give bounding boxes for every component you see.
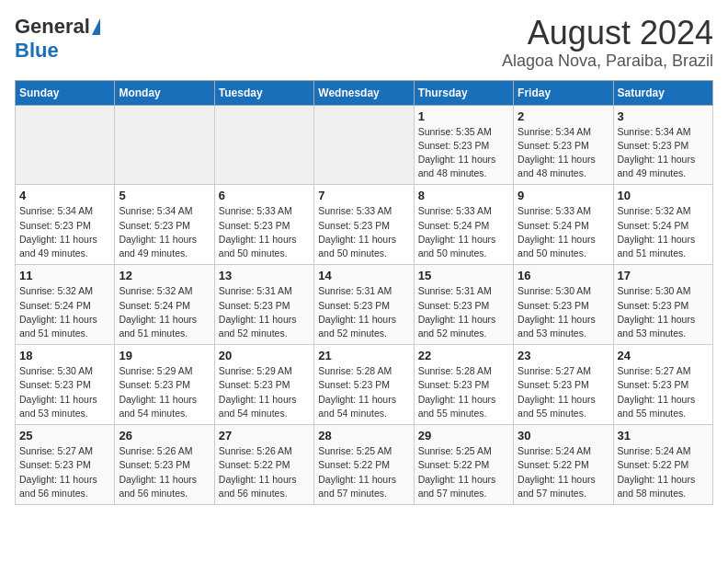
day-number: 31: [618, 429, 709, 442]
day-cell: 26Sunrise: 5:26 AM Sunset: 5:23 PM Dayli…: [115, 425, 214, 505]
day-number: 25: [19, 429, 110, 442]
day-cell: 31Sunrise: 5:24 AM Sunset: 5:22 PM Dayli…: [613, 425, 712, 505]
day-number: 21: [318, 349, 409, 362]
day-number: 22: [418, 349, 509, 362]
calendar-body: 1Sunrise: 5:35 AM Sunset: 5:23 PM Daylig…: [16, 105, 713, 504]
day-number: 17: [618, 269, 709, 282]
day-cell: 2Sunrise: 5:34 AM Sunset: 5:23 PM Daylig…: [514, 105, 613, 185]
page-subtitle: Alagoa Nova, Paraiba, Brazil: [502, 52, 713, 71]
day-info: Sunrise: 5:26 AM Sunset: 5:23 PM Dayligh…: [119, 444, 210, 500]
day-number: 19: [119, 349, 210, 362]
day-cell: 12Sunrise: 5:32 AM Sunset: 5:24 PM Dayli…: [115, 265, 214, 345]
day-cell: 22Sunrise: 5:28 AM Sunset: 5:23 PM Dayli…: [414, 345, 513, 425]
day-cell: 16Sunrise: 5:30 AM Sunset: 5:23 PM Dayli…: [514, 265, 613, 345]
day-cell: [115, 105, 214, 185]
day-number: 4: [19, 189, 110, 202]
logo-blue: Blue: [15, 39, 59, 62]
day-info: Sunrise: 5:35 AM Sunset: 5:23 PM Dayligh…: [418, 125, 509, 181]
day-cell: 9Sunrise: 5:33 AM Sunset: 5:24 PM Daylig…: [514, 185, 613, 265]
day-info: Sunrise: 5:24 AM Sunset: 5:22 PM Dayligh…: [518, 444, 609, 500]
day-info: Sunrise: 5:33 AM Sunset: 5:23 PM Dayligh…: [318, 204, 409, 260]
day-number: 20: [219, 349, 310, 362]
day-info: Sunrise: 5:32 AM Sunset: 5:24 PM Dayligh…: [119, 284, 210, 340]
week-row-5: 25Sunrise: 5:27 AM Sunset: 5:23 PM Dayli…: [16, 425, 713, 505]
weekday-header-saturday: Saturday: [613, 80, 712, 105]
day-number: 9: [518, 189, 609, 202]
weekday-row: SundayMondayTuesdayWednesdayThursdayFrid…: [16, 80, 713, 105]
day-cell: 21Sunrise: 5:28 AM Sunset: 5:23 PM Dayli…: [314, 345, 414, 425]
day-info: Sunrise: 5:30 AM Sunset: 5:23 PM Dayligh…: [518, 284, 609, 340]
day-info: Sunrise: 5:33 AM Sunset: 5:23 PM Dayligh…: [219, 204, 310, 260]
weekday-header-monday: Monday: [115, 80, 214, 105]
week-row-3: 11Sunrise: 5:32 AM Sunset: 5:24 PM Dayli…: [16, 265, 713, 345]
day-info: Sunrise: 5:34 AM Sunset: 5:23 PM Dayligh…: [518, 125, 609, 181]
day-info: Sunrise: 5:29 AM Sunset: 5:23 PM Dayligh…: [219, 364, 310, 420]
weekday-header-wednesday: Wednesday: [314, 80, 414, 105]
day-cell: 14Sunrise: 5:31 AM Sunset: 5:23 PM Dayli…: [314, 265, 414, 345]
day-cell: 25Sunrise: 5:27 AM Sunset: 5:23 PM Dayli…: [16, 425, 115, 505]
day-number: 30: [518, 429, 609, 442]
day-info: Sunrise: 5:25 AM Sunset: 5:22 PM Dayligh…: [418, 444, 509, 500]
day-cell: 17Sunrise: 5:30 AM Sunset: 5:23 PM Dayli…: [613, 265, 712, 345]
day-number: 5: [119, 189, 210, 202]
day-info: Sunrise: 5:28 AM Sunset: 5:23 PM Dayligh…: [318, 364, 409, 420]
day-number: 23: [518, 349, 609, 362]
day-cell: 30Sunrise: 5:24 AM Sunset: 5:22 PM Dayli…: [514, 425, 613, 505]
day-cell: 8Sunrise: 5:33 AM Sunset: 5:24 PM Daylig…: [414, 185, 513, 265]
day-cell: 27Sunrise: 5:26 AM Sunset: 5:22 PM Dayli…: [214, 425, 313, 505]
day-cell: 29Sunrise: 5:25 AM Sunset: 5:22 PM Dayli…: [414, 425, 513, 505]
day-number: 26: [119, 429, 210, 442]
day-info: Sunrise: 5:31 AM Sunset: 5:23 PM Dayligh…: [318, 284, 409, 340]
day-cell: 15Sunrise: 5:31 AM Sunset: 5:23 PM Dayli…: [414, 265, 513, 345]
day-number: 10: [618, 189, 709, 202]
week-row-2: 4Sunrise: 5:34 AM Sunset: 5:23 PM Daylig…: [16, 185, 713, 265]
day-cell: [16, 105, 115, 185]
day-number: 7: [318, 189, 409, 202]
day-number: 11: [19, 269, 110, 282]
day-cell: [314, 105, 414, 185]
day-info: Sunrise: 5:26 AM Sunset: 5:22 PM Dayligh…: [219, 444, 310, 500]
day-cell: 10Sunrise: 5:32 AM Sunset: 5:24 PM Dayli…: [613, 185, 712, 265]
week-row-4: 18Sunrise: 5:30 AM Sunset: 5:23 PM Dayli…: [16, 345, 713, 425]
day-number: 13: [219, 269, 310, 282]
day-number: 18: [19, 349, 110, 362]
day-cell: 24Sunrise: 5:27 AM Sunset: 5:23 PM Dayli…: [613, 345, 712, 425]
day-info: Sunrise: 5:30 AM Sunset: 5:23 PM Dayligh…: [19, 364, 110, 420]
day-cell: 5Sunrise: 5:34 AM Sunset: 5:23 PM Daylig…: [115, 185, 214, 265]
day-info: Sunrise: 5:34 AM Sunset: 5:23 PM Dayligh…: [119, 204, 210, 260]
day-info: Sunrise: 5:30 AM Sunset: 5:23 PM Dayligh…: [618, 284, 709, 340]
page-header: General Blue August 2024 Alagoa Nova, Pa…: [15, 15, 713, 71]
day-number: 15: [418, 269, 509, 282]
page-title: August 2024: [502, 15, 713, 52]
day-cell: 23Sunrise: 5:27 AM Sunset: 5:23 PM Dayli…: [514, 345, 613, 425]
logo-triangle-icon: [92, 18, 100, 35]
day-number: 12: [119, 269, 210, 282]
day-info: Sunrise: 5:32 AM Sunset: 5:24 PM Dayligh…: [19, 284, 110, 340]
day-info: Sunrise: 5:28 AM Sunset: 5:23 PM Dayligh…: [418, 364, 509, 420]
day-info: Sunrise: 5:27 AM Sunset: 5:23 PM Dayligh…: [618, 364, 709, 420]
day-info: Sunrise: 5:24 AM Sunset: 5:22 PM Dayligh…: [618, 444, 709, 500]
day-cell: 13Sunrise: 5:31 AM Sunset: 5:23 PM Dayli…: [214, 265, 313, 345]
weekday-header-thursday: Thursday: [414, 80, 513, 105]
day-cell: 4Sunrise: 5:34 AM Sunset: 5:23 PM Daylig…: [16, 185, 115, 265]
day-number: 6: [219, 189, 310, 202]
day-cell: 3Sunrise: 5:34 AM Sunset: 5:23 PM Daylig…: [613, 105, 712, 185]
day-cell: 6Sunrise: 5:33 AM Sunset: 5:23 PM Daylig…: [214, 185, 313, 265]
day-cell: 20Sunrise: 5:29 AM Sunset: 5:23 PM Dayli…: [214, 345, 313, 425]
logo: General Blue: [15, 15, 100, 63]
day-info: Sunrise: 5:31 AM Sunset: 5:23 PM Dayligh…: [418, 284, 509, 340]
day-info: Sunrise: 5:33 AM Sunset: 5:24 PM Dayligh…: [518, 204, 609, 260]
weekday-header-sunday: Sunday: [16, 80, 115, 105]
day-cell: 28Sunrise: 5:25 AM Sunset: 5:22 PM Dayli…: [314, 425, 414, 505]
day-info: Sunrise: 5:29 AM Sunset: 5:23 PM Dayligh…: [119, 364, 210, 420]
day-number: 27: [219, 429, 310, 442]
day-cell: [214, 105, 313, 185]
day-number: 28: [318, 429, 409, 442]
day-info: Sunrise: 5:27 AM Sunset: 5:23 PM Dayligh…: [19, 444, 110, 500]
day-number: 8: [418, 189, 509, 202]
weekday-header-tuesday: Tuesday: [214, 80, 313, 105]
day-number: 3: [618, 109, 709, 123]
weekday-header-friday: Friday: [514, 80, 613, 105]
day-cell: 7Sunrise: 5:33 AM Sunset: 5:23 PM Daylig…: [314, 185, 414, 265]
day-info: Sunrise: 5:33 AM Sunset: 5:24 PM Dayligh…: [418, 204, 509, 260]
